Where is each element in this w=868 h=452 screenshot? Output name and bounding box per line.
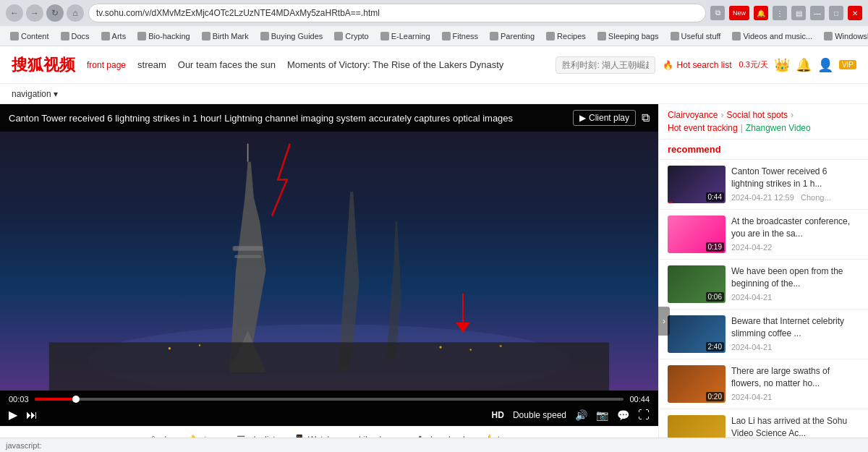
quality-button[interactable]: HD xyxy=(492,410,504,420)
video-info: Canton Tower received 6 lightning strike… xyxy=(731,166,859,203)
breadcrumb-sep-2: › xyxy=(791,110,793,120)
list-item[interactable]: 0:19 At the broadcaster conference, you … xyxy=(659,210,868,260)
hot-search-button[interactable]: 🔥 Hot search list xyxy=(663,60,731,70)
video-meta: 2024-04-21 12:59 Chong... xyxy=(731,193,859,202)
breadcrumb-clairvoyance[interactable]: Clairvoyance xyxy=(668,110,718,120)
fire-icon: 🔥 xyxy=(663,60,673,70)
video-thumbnail: 0:19 xyxy=(668,216,726,253)
close-icon[interactable]: ✕ xyxy=(848,6,862,20)
hot-search-label: Hot search list xyxy=(676,60,731,70)
next-button[interactable]: ⏭ xyxy=(26,409,38,422)
video-controls: 00:03 00:44 ▶ ⏭ HD Double speed 🔊 📷 💬 ⛶ xyxy=(0,391,658,426)
breadcrumb-tracking[interactable]: Hot event tracking xyxy=(668,123,738,133)
browser-actions: ⧉ New 🔔 ⋮ ▤ — □ ✕ xyxy=(710,6,862,20)
bookmark-videos[interactable]: Videos and music... xyxy=(728,30,817,42)
speed-button[interactable]: Double speed xyxy=(513,410,566,420)
bookmark-birthmark[interactable]: Birth Mark xyxy=(197,30,253,42)
breadcrumb-pipe: | xyxy=(741,123,743,133)
bookmark-biohacking[interactable]: Bio-hacking xyxy=(133,30,194,42)
sidebar-toggle-icon[interactable]: ▤ xyxy=(791,6,806,20)
bookmark-docs[interactable]: Docs xyxy=(56,30,94,42)
list-item[interactable]: 0:06 We have been open from the beginnin… xyxy=(659,260,868,310)
play-pause-button[interactable]: ▶ xyxy=(9,408,17,422)
video-name: At the broadcaster conference, you are i… xyxy=(731,216,859,240)
navigation-label: navigation ▾ xyxy=(12,89,58,99)
danmu-button[interactable]: 💬 xyxy=(617,409,629,421)
list-item[interactable]: 0:20 There are large swaths of flowers, … xyxy=(659,359,868,409)
video-name: Beware that Internet celebrity slimming … xyxy=(731,315,859,340)
video-controls-top: ▶ Client play ⧉ xyxy=(573,110,650,126)
bookmark-windowsreport[interactable]: WindowsReport G... xyxy=(820,30,868,42)
video-info: We have been open from the beginning of … xyxy=(731,265,859,303)
sidebar-expand-button[interactable]: › xyxy=(658,307,670,336)
header-icons: 0.3元/天 👑 🔔 👤 VIP xyxy=(739,57,856,73)
url-bar[interactable]: tv.sohu.com/v/dXMvMzExMjc4OTc2LzUzNTE4MD… xyxy=(88,4,706,22)
nav-team[interactable]: Our team faces the sun xyxy=(178,59,276,70)
sidebar: Clairvoyance › Social hot spots › Hot ev… xyxy=(658,104,868,452)
search-input[interactable] xyxy=(562,60,649,70)
bookmark-elearning[interactable]: E-Learning xyxy=(376,30,435,42)
breadcrumb: Clairvoyance › Social hot spots › Hot ev… xyxy=(668,110,859,133)
fullscreen-button[interactable]: ⛶ xyxy=(638,409,650,422)
back-button[interactable]: ← xyxy=(6,4,23,22)
download-arrow-indicator xyxy=(456,294,470,333)
home-button[interactable]: ⌂ xyxy=(67,4,84,22)
vip-icon[interactable]: 👑 xyxy=(774,57,790,73)
minimize-icon[interactable]: — xyxy=(810,6,825,20)
logo-text: 搜狐视频 xyxy=(12,54,75,76)
thumb-duration: 0:44 xyxy=(706,192,724,202)
browser-nav-buttons: ← → ↻ ⌂ xyxy=(6,4,84,22)
video-name: There are large swaths of flowers, no ma… xyxy=(731,365,859,390)
forward-button[interactable]: → xyxy=(26,4,43,22)
bookmark-sleeping[interactable]: Sleeping bags xyxy=(593,30,663,42)
thumb-duration: 0:20 xyxy=(706,392,724,401)
bookmarks-bar: Content Docs Arts Bio-hacking Birth Mark… xyxy=(0,26,868,46)
extensions-icon[interactable]: ⧉ xyxy=(710,6,725,20)
list-item[interactable]: 2:40 Beware that Internet celebrity slim… xyxy=(659,310,868,359)
list-item[interactable]: 0:44 Canton Tower received 6 lightning s… xyxy=(659,160,868,210)
reload-button[interactable]: ↻ xyxy=(46,4,64,22)
thumb-duration: 0:06 xyxy=(706,292,724,302)
nav-victory[interactable]: Moments of Victory: The Rise of the Lake… xyxy=(287,59,503,70)
bookmark-useful[interactable]: Useful stuff xyxy=(666,30,726,42)
thumb-duration: 2:40 xyxy=(706,342,724,351)
client-play-button[interactable]: ▶ Client play xyxy=(573,110,636,126)
pip-button[interactable]: ⧉ xyxy=(642,111,650,124)
screenshot-button[interactable]: 📷 xyxy=(596,409,608,421)
svg-point-10 xyxy=(199,344,200,346)
play-icon: ▶ xyxy=(579,113,586,123)
sub-navigation: navigation ▾ xyxy=(0,84,868,104)
current-time: 00:03 xyxy=(9,395,29,404)
bookmark-fitness[interactable]: Fitness xyxy=(438,30,482,42)
bookmark-parenting[interactable]: Parenting xyxy=(485,30,539,42)
video-name: We have been open from the beginning of … xyxy=(731,265,859,290)
bell-icon[interactable]: 🔔 xyxy=(796,57,812,73)
bookmark-recipes[interactable]: Recipes xyxy=(542,30,590,42)
nav-frontpage[interactable]: front page xyxy=(87,60,126,70)
maximize-icon[interactable]: □ xyxy=(829,6,843,20)
progress-bar[interactable] xyxy=(35,398,624,401)
menu-icon[interactable]: ⋮ xyxy=(773,6,787,20)
points-badge: 0.3元/天 xyxy=(739,59,768,70)
sidebar-header: Clairvoyance › Social hot spots › Hot ev… xyxy=(659,104,868,140)
navigation-dropdown[interactable]: navigation ▾ xyxy=(12,89,58,99)
breadcrumb-source[interactable]: Zhangwen Video xyxy=(746,123,811,133)
vip-badge: VIP xyxy=(839,60,856,69)
bookmark-content[interactable]: Content xyxy=(6,30,54,42)
svg-point-9 xyxy=(169,347,171,349)
volume-button[interactable]: 🔊 xyxy=(575,409,587,421)
nav-stream[interactable]: stream xyxy=(137,59,166,70)
breadcrumb-hot-spots[interactable]: Social hot spots xyxy=(726,110,788,120)
bookmark-buying[interactable]: Buying Guides xyxy=(256,30,328,42)
status-text: javascript: xyxy=(6,441,42,450)
client-play-label: Client play xyxy=(589,113,629,123)
video-section: Canton Tower received 6 lightning strike… xyxy=(0,104,658,452)
user-icon[interactable]: 👤 xyxy=(817,57,833,73)
bookmark-arts[interactable]: Arts xyxy=(97,30,131,42)
new-icon[interactable]: New xyxy=(729,6,749,20)
bookmark-crypto[interactable]: Crypto xyxy=(330,30,373,42)
video-area[interactable] xyxy=(0,132,658,391)
search-box[interactable] xyxy=(556,56,655,74)
notification-icon[interactable]: 🔔 xyxy=(754,6,768,20)
controls-row: ▶ ⏭ HD Double speed 🔊 📷 💬 ⛶ xyxy=(9,408,650,422)
